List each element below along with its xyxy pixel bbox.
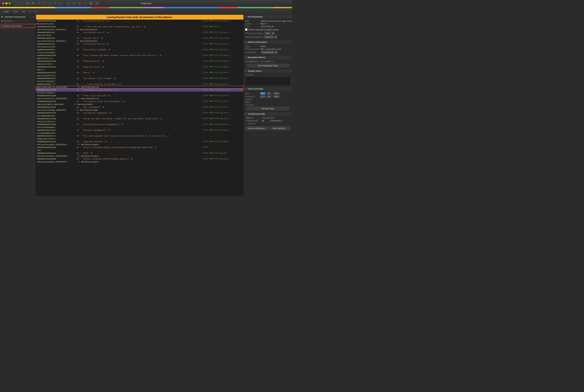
nav-forward-button[interactable]: ›: [19, 2, 24, 6]
table-row[interactable]: 0000000100433349 db "activation.account.…: [36, 123, 243, 126]
table-row[interactable]: 0000000100433271 db "activation.trial.fo…: [36, 77, 243, 80]
table-row[interactable]: aUpgradeLicense:: [36, 138, 243, 140]
u-button[interactable]: U: [58, 2, 63, 6]
calling-conv-select[interactable]: System V: [263, 36, 277, 39]
procedure-clear-button[interactable]: Clear: [272, 95, 280, 98]
a-button[interactable]: A: [42, 2, 47, 6]
table-row[interactable]: aFreeTrialExpir:: [36, 80, 243, 83]
colors-tags-header[interactable]: ▼ Colors and Tags: [244, 87, 292, 91]
redo-button[interactable]: ⌘Y: [31, 2, 36, 6]
view-btn-1[interactable]: ⊞: [66, 2, 71, 6]
table-row[interactable]: aNetworkerror:: [36, 57, 243, 60]
add-reference-button[interactable]: Add Reference: [268, 126, 291, 130]
maximize-button[interactable]: [9, 2, 11, 4]
table-row[interactable]: aFreeTrialExpir:: [36, 92, 243, 94]
table-row[interactable]: 0000000100433450 db "https://nssurge.com…: [36, 158, 243, 160]
procedure-set-button[interactable]: Set: [266, 95, 272, 98]
prolog-mode-select[interactable]: Use Heuristic: [260, 51, 278, 54]
table-row[interactable]: 000000010043344c db "%40", 0 ; DATA XREF…: [36, 152, 243, 155]
table-row[interactable]: aActivationtria:: [36, 74, 243, 77]
table-row[interactable]: 0000000100433412 db "https://nssurge.com…: [36, 146, 243, 149]
table-row[interactable]: 00000001004332b6 db "Free trial expired"…: [36, 94, 243, 97]
table-row[interactable]: 0000000100431d5 db "recover here", 0 ; D…: [36, 37, 243, 40]
view-btn-3[interactable]: ⊠: [77, 2, 82, 6]
remove-reference-button[interactable]: Remove Reference: [245, 126, 267, 130]
table-row[interactable]: 000000010043337a db "You need upgrade yo…: [36, 134, 243, 138]
c-button[interactable]: C: [48, 2, 53, 6]
table-row[interactable]: 0000000100433182 db "activation.text.3",…: [36, 20, 243, 22]
table-row[interactable]: 00000001004332e8 db "Not available", 0 ;…: [36, 106, 243, 109]
clear-search-button[interactable]: ✕: [33, 16, 35, 18]
graphic-views-header[interactable]: ▼ Graphic Views: [244, 69, 292, 73]
close-button[interactable]: [2, 2, 4, 4]
table-row[interactable]: aHttpsnssurgeco_100433450: // aHttpsnssu…: [36, 155, 243, 158]
table-row[interactable]: aGeneralretry:: [36, 63, 243, 66]
table-row[interactable]: 0000000100431f4 db "activation.revoked",…: [36, 48, 243, 51]
clear-navigation-button[interactable]: Clear Navigation Stack: [246, 64, 289, 67]
comment-textarea[interactable]: [245, 76, 290, 86]
search-input[interactable]: [4, 16, 32, 18]
search-result-item[interactable]: activation.trial.expired: [1, 24, 35, 28]
table-row[interactable]: aYouNeedUpgrade:: [36, 132, 243, 134]
table-row[interactable]: 0x1004cae30 dq ___CFConstant...: [245, 120, 290, 122]
table-row[interactable]: 00000001004332f6 db "activation.complete…: [36, 112, 243, 114]
table-row[interactable]: 0000000100433367 db "Account Management"…: [36, 129, 243, 132]
table-row[interactable]: 0000000100433267 db "Retry", 0 ; DATA XR…: [36, 71, 243, 74]
area-clear-button[interactable]: Clear: [272, 92, 280, 95]
undo-button[interactable]: ⌘Z: [25, 2, 30, 6]
table-row[interactable]: aAccountManagen:: [36, 126, 243, 129]
tab-labels[interactable]: Labels: [2, 10, 11, 13]
table-row[interactable]: 0000000100433194 db ".\\nIn case you los…: [36, 25, 243, 28]
d-button[interactable]: D: [37, 2, 42, 6]
table-row[interactable]: aHttpsnssurgeco_100433476: // aHttpsnssu…: [36, 160, 243, 163]
table-row[interactable]: aActivationacco:: [36, 120, 243, 123]
table-row[interactable]: 0000000100433245 db "Your license has be…: [36, 54, 243, 57]
nav-history-item[interactable]: 0x100266e51 (EntryPoint): [245, 60, 290, 63]
table-row[interactable]: aActivationcomp_100433f6: // aActivation…: [36, 109, 243, 112]
table-row[interactable]: aYourLicenseHas:: [36, 51, 243, 54]
table-row[interactable]: aSurgeHasBeenAc:: [36, 114, 243, 117]
code-area[interactable]: 0000000100433182 db "activation.text.3",…: [36, 20, 243, 196]
table-row[interactable]: aActivationrevo:: [36, 46, 243, 48]
navigation-history-header[interactable]: ▼ Navigation History: [244, 55, 292, 59]
tag-scope-toggle[interactable]: ▶ Tag Scope: [0, 19, 36, 23]
tab-dot[interactable]: ●: [34, 10, 38, 13]
view-btn-5[interactable]: ▣: [89, 2, 94, 6]
table-row[interactable]: aActivationtria_100433329: // aActivatio…: [36, 97, 243, 100]
view-btn-4[interactable]: ⊡: [83, 2, 88, 6]
code-panel: Leaving Pseudo-Code mode. No procedure a…: [36, 15, 243, 196]
table-row[interactable]: aActivationtria_10043329d: // aActivatio…: [36, 86, 243, 88]
table-row[interactable]: 0000000100433261 db "general.retry", 0 ;…: [36, 66, 243, 68]
table-row[interactable]: aRecoverHere:: [36, 34, 243, 37]
file-info-header[interactable]: ▼ File Information: [244, 15, 292, 19]
table-row[interactable]: 00000001004332c9 db "activation.trial.no…: [36, 100, 243, 103]
address-info-header[interactable]: ▼ Address Information: [244, 40, 292, 44]
table-row[interactable]: 000000010043330a db "Surge has been acti…: [36, 117, 243, 120]
table-row[interactable]: 0000000100431e2 db "activation.text.5", …: [36, 42, 243, 46]
cpu-syntax-select[interactable]: Intel AT&T: [264, 32, 274, 35]
tab-proc[interactable]: Proc.: [12, 10, 20, 13]
is-referenced-by-header[interactable]: ▼ vIs Referenced By: [244, 112, 292, 116]
branch-checkbox[interactable]: [245, 28, 247, 31]
table-row[interactable]: 0000000100431c3 db "activation.text.4", …: [36, 31, 243, 34]
table-row[interactable]: 0000000100433402 db "Upgrade License", 0…: [36, 140, 243, 143]
minimize-button[interactable]: [6, 2, 8, 4]
table-row[interactable]: a40:: [36, 149, 243, 152]
table-row[interactable]: aActivationtext_100431c3: // aActivation…: [36, 28, 243, 31]
table-row[interactable]: 0000000100433253 db "network.error", 0 ;…: [36, 60, 243, 63]
table-row[interactable]: aNinCaseYouLost:: [36, 22, 243, 25]
view-btn-6[interactable]: ⊞: [94, 2, 99, 6]
view-btn-2[interactable]: ⊟: [71, 2, 76, 6]
p-button[interactable]: P: [53, 2, 58, 6]
table-row[interactable]: 000001004332 7f db "...trial.expires in …: [36, 83, 243, 86]
table-row-selected[interactable]: 000000010043329d db "activation.trial.ex…: [36, 88, 243, 92]
table-row[interactable]: aActivationtext_100431e2: // aActivation…: [36, 40, 243, 42]
table-row[interactable]: aHttpsnssurgeco_100433412: // aHttpsnssu…: [36, 143, 243, 146]
tab-str[interactable]: Str: [21, 10, 27, 13]
area-set-button[interactable]: Set: [266, 92, 272, 95]
table-row[interactable]: aRetry:: [36, 68, 243, 71]
nav-back-button[interactable]: ‹: [14, 2, 19, 6]
manage-tags-button[interactable]: Manage Tags: [246, 107, 289, 110]
table-row[interactable]: aNotAvailable_100433e8: // aNotAvailable: [36, 103, 243, 106]
tab-star[interactable]: ★: [27, 10, 33, 13]
